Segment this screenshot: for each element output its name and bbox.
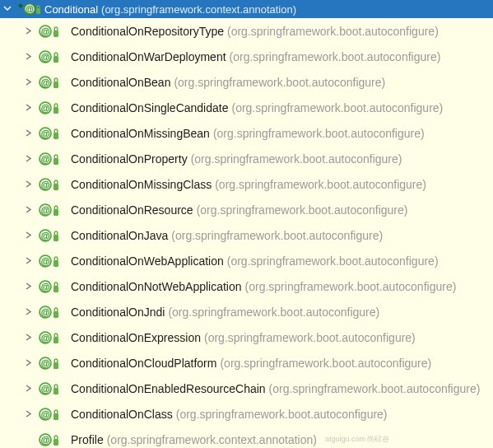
svg-text:@: @ (41, 384, 50, 394)
tree-child-row[interactable]: @ConditionalOnSingleCandidate (org.sprin… (0, 95, 493, 120)
svg-text:@: @ (41, 77, 50, 87)
svg-rect-3 (37, 6, 40, 9)
class-name: ConditionalOnSingleCandidate (71, 101, 228, 114)
chevron-right-icon[interactable] (23, 410, 33, 418)
annotation-icon: @ (38, 305, 66, 320)
tree-child-row[interactable]: @ConditionalOnExpression (org.springfram… (0, 324, 493, 350)
class-package: (org.springframework.boot.autoconfigure) (171, 229, 383, 242)
svg-rect-35 (54, 206, 58, 210)
svg-rect-59 (54, 359, 58, 363)
class-name: Profile (71, 433, 104, 446)
svg-rect-71 (54, 436, 58, 440)
svg-rect-23 (54, 129, 58, 133)
svg-text:@: @ (26, 5, 34, 14)
chevron-right-icon[interactable] (23, 129, 33, 137)
class-name: ConditionalOnClass (71, 408, 173, 421)
svg-text:@: @ (41, 128, 50, 138)
tree-child-row[interactable]: @ConditionalOnClass (org.springframework… (0, 401, 493, 427)
tree-child-row[interactable]: @ConditionalOnMissingBean (org.springfra… (0, 120, 493, 146)
annotation-icon: @ (38, 356, 66, 371)
tree-child-row[interactable]: @ConditionalOnCloudPlatform (org.springf… (0, 350, 493, 376)
svg-rect-51 (54, 308, 58, 312)
class-package: (org.springframework.boot.autoconfigure) (245, 280, 457, 293)
chevron-right-icon[interactable] (23, 231, 33, 239)
tree-child-row[interactable]: @ConditionalOnWarDeployment (org.springf… (0, 44, 493, 69)
class-package: (org.springframework.boot.autoconfigure) (220, 357, 431, 370)
annotation-icon: @ (38, 75, 66, 90)
annotation-icon: @ (38, 152, 66, 166)
annotation-overridden-icon: @ (16, 2, 41, 16)
class-name: ConditionalOnResource (71, 203, 193, 217)
svg-rect-19 (54, 104, 58, 108)
tree-child-row[interactable]: @ConditionalOnEnabledResourceChain (org.… (0, 376, 493, 401)
watermark: atguigu.com 尚硅谷 (325, 434, 390, 445)
tree-child-row[interactable]: @ConditionalOnBean (org.springframework.… (0, 69, 493, 95)
annotation-icon: @ (38, 100, 66, 115)
class-package: (org.springframework.boot.autoconfigure) (197, 203, 408, 217)
chevron-right-icon[interactable] (23, 155, 33, 162)
chevron-right-icon[interactable] (23, 27, 33, 35)
tree-root-row[interactable]: @ Conditional (org.springframework.conte… (0, 0, 493, 18)
svg-text:@: @ (41, 307, 50, 317)
class-name: ConditionalOnRepositoryType (71, 25, 224, 38)
class-name: ConditionalOnExpression (71, 331, 201, 344)
svg-rect-47 (54, 282, 58, 287)
chevron-right-icon[interactable] (23, 104, 33, 111)
class-package: (org.springframework.context.annotation) (101, 3, 296, 16)
tree-child-row[interactable]: @ConditionalOnRepositoryType (org.spring… (0, 18, 493, 44)
tree-child-row[interactable]: @Profile (org.springframework.context.an… (0, 427, 493, 448)
annotation-icon: @ (38, 381, 66, 396)
tree-child-row[interactable]: @ConditionalOnJndi (org.springframework.… (0, 299, 493, 324)
svg-rect-43 (54, 257, 58, 261)
svg-text:@: @ (41, 231, 50, 240)
chevron-right-icon[interactable] (23, 359, 33, 366)
svg-text:@: @ (41, 103, 50, 113)
svg-text:@: @ (41, 205, 50, 215)
chevron-right-icon[interactable] (23, 282, 33, 290)
chevron-right-icon[interactable] (23, 257, 33, 264)
tree-child-row[interactable]: @ConditionalOnWebApplication (org.spring… (0, 248, 493, 273)
svg-text:@: @ (41, 409, 50, 419)
chevron-right-icon[interactable] (23, 385, 33, 392)
annotation-icon: @ (38, 254, 66, 268)
class-package: (org.springframework.context.annotation) (107, 433, 317, 446)
svg-text:@: @ (41, 256, 50, 266)
chevron-right-icon[interactable] (23, 334, 33, 341)
class-package: (org.springframework.boot.autoconfigure) (227, 25, 439, 38)
annotation-icon: @ (38, 203, 66, 217)
annotation-icon: @ (38, 126, 66, 141)
svg-rect-11 (54, 53, 58, 57)
tree-child-row[interactable]: @ConditionalOnJava (org.springframework.… (0, 222, 493, 248)
class-package: (org.springframework.boot.autoconfigure) (204, 331, 416, 344)
svg-text:@: @ (41, 333, 50, 343)
annotation-icon: @ (38, 432, 66, 447)
svg-rect-63 (54, 385, 58, 389)
class-name: ConditionalOnJndi (71, 306, 165, 319)
chevron-right-icon[interactable] (23, 206, 33, 213)
chevron-right-icon[interactable] (23, 53, 33, 60)
chevron-right-icon[interactable] (23, 308, 33, 315)
svg-text:@: @ (41, 26, 50, 36)
chevron-right-icon[interactable] (23, 78, 33, 86)
svg-text:@: @ (41, 282, 50, 292)
leaf-spacer (23, 435, 33, 445)
class-name: ConditionalOnJava (71, 229, 168, 242)
tree-child-row[interactable]: @ConditionalOnNotWebApplication (org.spr… (0, 273, 493, 299)
class-name: Conditional (44, 3, 98, 16)
svg-text:@: @ (41, 154, 50, 164)
class-name: ConditionalOnWebApplication (71, 254, 224, 268)
chevron-right-icon[interactable] (23, 180, 33, 188)
svg-rect-31 (54, 180, 58, 184)
tree-child-row[interactable]: @ConditionalOnProperty (org.springframew… (0, 146, 493, 171)
chevron-down-icon (3, 4, 12, 14)
tree-child-row[interactable]: @ConditionalOnMissingClass (org.springfr… (0, 171, 493, 197)
tree-child-row[interactable]: @ConditionalOnResource (org.springframew… (0, 197, 493, 222)
class-name: ConditionalOnWarDeployment (71, 50, 226, 63)
class-package: (org.springframework.boot.autoconfigure) (227, 254, 439, 268)
annotation-icon: @ (38, 24, 66, 39)
class-package: (org.springframework.boot.autoconfigure) (176, 408, 388, 421)
class-name: ConditionalOnMissingBean (71, 127, 210, 140)
class-package: (org.springframework.boot.autoconfigure) (269, 382, 481, 395)
annotation-icon: @ (38, 228, 66, 243)
annotation-icon: @ (38, 49, 66, 64)
